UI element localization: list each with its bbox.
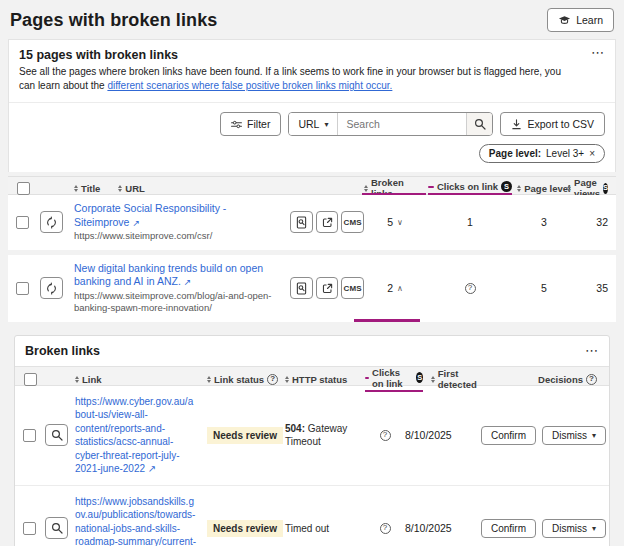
inspect-link-button[interactable] [45,517,68,539]
page-title: Pages with broken links [10,10,217,31]
chevron-up-icon: ∧ [397,284,403,293]
external-link-icon [322,217,333,228]
column-header-clicks-on-link[interactable]: Clicks on link S First detected [365,367,481,392]
table-toolbar: Filter URL ▾ Export to CSV [9,103,615,144]
broken-link-row: https://www.cyber.gov.au/about-us/view-a… [15,386,609,486]
page-row-expanded: New digital banking trends build on open… [8,255,616,322]
column-header-link-status[interactable]: Link status ? [207,374,285,385]
sort-icon [431,376,435,383]
open-page-button[interactable] [316,211,339,233]
learn-button-label: Learn [576,14,603,26]
page-url: https://www.siteimprove.com/csr/ [74,230,280,242]
column-header-http-status[interactable]: HTTP status [285,374,365,385]
page-report-button[interactable] [290,277,313,299]
chevron-down-icon: ▾ [592,524,596,533]
search-group: URL ▾ [288,112,493,136]
open-page-button[interactable] [316,277,339,299]
active-filters-row: Page level: Level 3+ × [9,144,615,172]
broken-link-url[interactable]: https://www.cyber.gov.au/about-us/view-a… [75,395,207,476]
question-circle-icon[interactable]: ? [380,523,391,534]
column-header-link[interactable]: Link [75,374,207,385]
sort-icon [74,185,78,192]
overflow-menu-button[interactable]: ⋯ [585,344,599,357]
page-row: Corporate Social Responsibility - Siteim… [8,195,616,250]
question-circle-icon[interactable]: ? [267,374,278,385]
column-header-clicks-on-link[interactable]: Clicks on link S [426,181,514,195]
http-status: Timed out [285,522,365,535]
column-header-decisions[interactable]: Decisions ? [481,374,601,385]
row-checkbox[interactable] [23,522,36,535]
search-scope-dropdown[interactable]: URL ▾ [289,113,338,135]
page-level-filter-pill[interactable]: Page level: Level 3+ × [479,144,605,163]
external-link-arrow-icon: ↗ [184,277,192,287]
export-csv-label: Export to CSV [527,118,594,130]
broken-links-table-header: Link Link status ? HTTP status Clicks on… [15,366,609,386]
graduation-cap-icon [558,15,571,25]
column-header-first-detected: First detected [438,368,481,390]
row-checkbox[interactable] [16,282,29,295]
question-circle-icon[interactable]: ? [586,374,597,385]
external-link-arrow-icon: ↗ [132,218,140,228]
first-detected-date: 8/10/2025 [405,429,481,441]
search-icon [474,118,486,130]
false-positive-link[interactable]: different scenarios where false positive… [107,80,392,91]
magnifier-icon [51,429,63,441]
close-icon[interactable]: × [589,148,595,159]
page-search-icon [296,282,307,295]
magnifier-icon [51,522,63,534]
link-status-chip: Needs review [207,427,283,444]
chevron-down-icon: ▾ [324,120,328,129]
dismiss-button[interactable]: Dismiss▾ [542,426,606,445]
sort-icon [517,185,521,192]
overflow-menu-button[interactable]: ⋯ [591,46,605,59]
sort-icon [75,376,79,383]
filter-pill-value: Level 3+ [546,148,584,159]
question-circle-icon[interactable]: ? [380,430,391,441]
sort-icon [118,185,122,192]
dismiss-button[interactable]: Dismiss▾ [542,519,606,538]
page-search-icon [296,216,307,229]
page-url: https://www.siteimprove.com/blog/ai-and-… [74,290,280,315]
page-report-button[interactable] [290,211,313,233]
column-header-title[interactable]: Title [74,183,100,194]
search-scope-label: URL [298,118,319,130]
recheck-page-button[interactable] [40,211,63,233]
question-circle-icon[interactable]: ? [465,283,476,294]
filter-pill-label: Page level: [489,148,541,159]
filter-icon [231,120,242,129]
search-button[interactable] [466,113,492,135]
broken-link-row: https://www.jobsandskills.gov.au/publica… [15,486,609,546]
cms-button[interactable]: CMS [341,211,364,233]
page-header: Pages with broken links Learn [0,0,624,39]
confirm-button[interactable]: Confirm [481,519,536,538]
filter-button[interactable]: Filter [220,112,281,136]
pages-table-header: Title URL Broken links Clicks on link S … [8,176,616,195]
inspect-link-button[interactable] [45,424,68,446]
broken-link-url[interactable]: https://www.jobsandskills.gov.au/publica… [75,495,207,546]
first-detected-date: 8/10/2025 [405,522,481,534]
filter-button-label: Filter [247,118,270,130]
refresh-icon [45,216,58,229]
external-link-icon [322,283,333,294]
column-header-url[interactable]: URL [118,183,145,194]
select-all-checkbox[interactable] [24,373,37,386]
learn-button[interactable]: Learn [547,8,614,32]
search-input[interactable] [338,113,466,135]
broken-links-count[interactable]: 2∧ [364,282,426,294]
broken-links-count[interactable]: 5∨ [364,216,426,228]
download-icon [511,119,522,130]
analytics-badge: S [501,181,512,192]
row-checkbox[interactable] [23,429,36,442]
link-status-chip: Needs review [207,520,283,537]
export-csv-button[interactable]: Export to CSV [500,112,605,136]
page-title-link[interactable]: New digital banking trends build on open… [74,262,263,288]
recheck-page-button[interactable] [40,277,63,299]
column-header-page-level[interactable]: Page level [514,183,574,194]
chevron-down-icon: ∨ [397,218,403,227]
cms-button[interactable]: CMS [341,277,364,299]
confirm-button[interactable]: Confirm [481,426,536,445]
select-all-checkbox[interactable] [17,182,30,195]
row-checkbox[interactable] [16,216,29,229]
analytics-badge: S [416,372,423,383]
page-title-link[interactable]: Corporate Social Responsibility - Siteim… [74,202,226,228]
